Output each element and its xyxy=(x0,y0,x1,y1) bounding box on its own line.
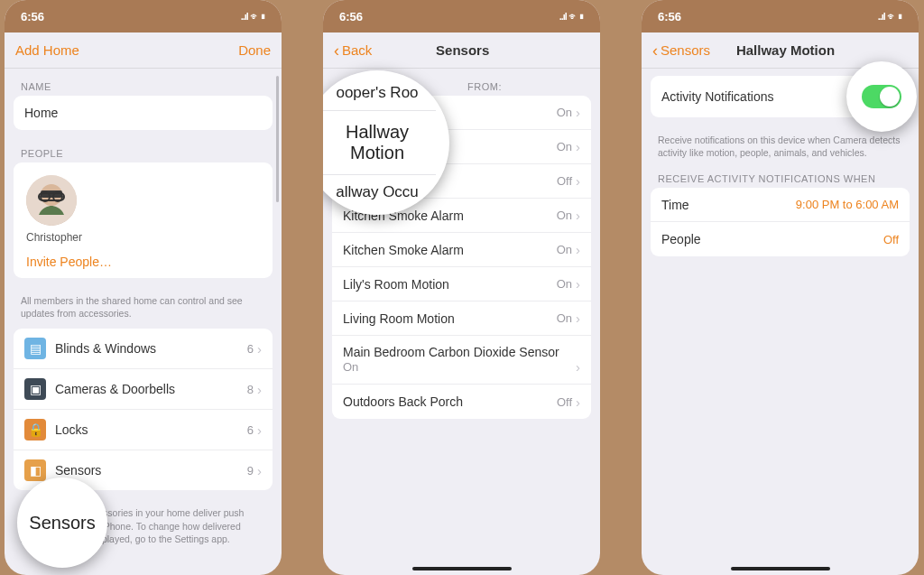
nav-bar: Add Home Done xyxy=(5,32,282,69)
lock-icon: 🔒 xyxy=(24,419,46,441)
status-bar: 6:56 ..ıl ᯤ ▮ xyxy=(323,0,600,32)
name-section-label: NAME xyxy=(5,76,282,96)
callout-toggle xyxy=(846,61,917,132)
people-footer: All members in the shared home can contr… xyxy=(5,291,282,329)
scrollbar[interactable] xyxy=(276,76,279,202)
chevron-right-icon: › xyxy=(576,394,580,410)
chevron-right-icon: › xyxy=(576,242,580,257)
sensor-row[interactable]: Main Bedroom Carbon Dioxide SensorOn› xyxy=(332,336,591,385)
phone-sensors-list: 6:56 ..ıl ᯤ ▮ ‹Back Sensors FROM: Cooper… xyxy=(323,0,600,575)
chevron-right-icon: › xyxy=(257,463,262,478)
status-icons: ..ıl ᯤ ▮ xyxy=(559,11,584,22)
person-tile[interactable]: Christopher xyxy=(14,162,273,246)
chevron-right-icon: › xyxy=(576,139,580,154)
status-bar: 6:56 ..ıl ᯤ ▮ xyxy=(5,0,282,32)
status-bar: 6:56 ..ıl ᯤ ▮ xyxy=(642,0,919,32)
chevron-right-icon: › xyxy=(257,341,262,357)
status-time: 6:56 xyxy=(658,10,681,23)
sensor-icon: ◧ xyxy=(24,459,46,481)
status-icons: ..ıl ᯤ ▮ xyxy=(241,11,265,22)
sensor-row[interactable]: Living Room MotionOn› xyxy=(332,301,591,336)
category-blinds[interactable]: ▤Blinds & Windows 6› xyxy=(14,329,273,369)
people-section-label: PEOPLE xyxy=(5,143,282,162)
home-indicator[interactable] xyxy=(412,567,512,570)
chevron-right-icon: › xyxy=(576,105,580,120)
category-locks[interactable]: 🔒Locks 6› xyxy=(14,410,273,450)
done-button[interactable]: Done xyxy=(238,42,271,58)
home-name-field[interactable]: Home xyxy=(14,96,273,130)
back-button[interactable]: ‹Back xyxy=(334,42,372,59)
phone-home-settings: 6:56 ..ıl ᯤ ▮ Add Home Done NAME Home PE… xyxy=(5,0,282,575)
chevron-left-icon: ‹ xyxy=(334,42,339,59)
page-title: Hallway Motion xyxy=(736,42,835,58)
chevron-right-icon: › xyxy=(576,276,580,292)
camera-icon: ▣ xyxy=(24,378,46,400)
avatar xyxy=(26,175,77,226)
back-button[interactable]: ‹Sensors xyxy=(652,42,710,59)
category-cameras[interactable]: ▣Cameras & Doorbells 8› xyxy=(14,369,273,410)
when-section-label: RECEIVE ACTIVITY NOTIFICATIONS WHEN xyxy=(642,168,919,188)
chevron-right-icon: › xyxy=(576,359,580,375)
add-home-button[interactable]: Add Home xyxy=(15,42,79,58)
chevron-right-icon: › xyxy=(576,173,580,189)
chevron-right-icon: › xyxy=(576,311,580,326)
detail-scroll[interactable]: Activity Notifications Receive notificat… xyxy=(642,69,919,575)
nav-bar: ‹Back Sensors xyxy=(323,32,600,69)
chevron-right-icon: › xyxy=(257,422,262,438)
status-icons: ..ıl ᯤ ▮ xyxy=(878,11,902,22)
chevron-right-icon: › xyxy=(576,208,580,223)
chevron-left-icon: ‹ xyxy=(652,42,658,59)
person-name: Christopher xyxy=(26,231,260,244)
chevron-right-icon: › xyxy=(257,382,262,397)
sensor-row[interactable]: Outdoors Back PorchOff› xyxy=(332,385,591,419)
home-indicator[interactable] xyxy=(731,567,830,570)
status-time: 6:56 xyxy=(339,10,363,23)
callout-sensors: Sensors xyxy=(17,478,107,568)
time-row[interactable]: Time 9:00 PM to 6:00 AM xyxy=(651,188,910,222)
sensor-row[interactable]: Lily's Room MotionOn› xyxy=(332,267,591,301)
toggle-icon xyxy=(862,85,901,108)
blinds-icon: ▤ xyxy=(24,338,46,359)
people-row[interactable]: People Off xyxy=(651,222,910,256)
page-title: Sensors xyxy=(436,42,489,58)
phone-sensor-detail: 6:56 ..ıl ᯤ ▮ ‹Sensors Hallway Motion Ac… xyxy=(642,0,919,575)
invite-people-button[interactable]: Invite People… xyxy=(14,246,273,278)
status-time: 6:56 xyxy=(21,10,44,23)
sensor-row[interactable]: Kitchen Smoke AlarmOn› xyxy=(332,233,591,267)
activity-footer: Receive notifications on this device whe… xyxy=(642,130,919,168)
